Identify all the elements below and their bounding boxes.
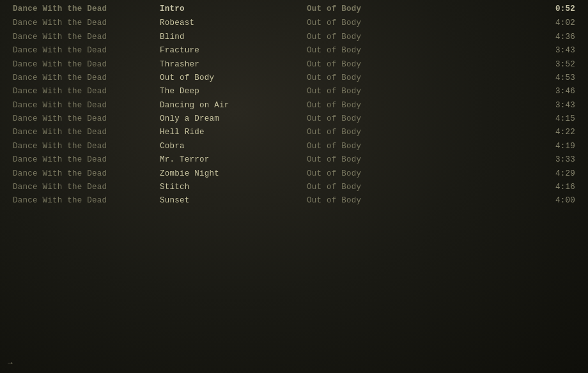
artist-cell: Dance With the Dead bbox=[13, 154, 160, 166]
duration-cell: 4:02 bbox=[454, 17, 575, 29]
table-row[interactable]: Dance With the DeadThe DeepOut of Body3:… bbox=[0, 85, 588, 98]
artist-cell: Dance With the Dead bbox=[13, 113, 160, 125]
album-cell: Out of Body bbox=[307, 3, 454, 15]
title-cell: Blind bbox=[160, 31, 307, 43]
duration-cell: 3:46 bbox=[454, 86, 575, 98]
title-cell: Sunset bbox=[160, 195, 307, 207]
table-row[interactable]: Dance With the DeadIntroOut of Body0:52 bbox=[0, 3, 588, 17]
album-cell: Out of Body bbox=[307, 141, 454, 153]
artist-cell: Dance With the Dead bbox=[13, 141, 160, 153]
artist-cell: Dance With the Dead bbox=[13, 100, 160, 112]
table-row[interactable]: Dance With the DeadMr. TerrorOut of Body… bbox=[0, 153, 588, 167]
artist-cell: Dance With the Dead bbox=[13, 195, 160, 207]
artist-cell: Dance With the Dead bbox=[13, 126, 160, 139]
album-cell: Out of Body bbox=[307, 59, 454, 71]
artist-cell: Dance With the Dead bbox=[13, 59, 160, 71]
artist-cell: Dance With the Dead bbox=[13, 86, 160, 98]
title-cell: Only a Dream bbox=[160, 113, 307, 125]
table-row[interactable]: Dance With the DeadZombie NightOut of Bo… bbox=[0, 167, 588, 181]
table-row[interactable]: Dance With the DeadBlindOut of Body4:36 bbox=[0, 31, 588, 44]
album-cell: Out of Body bbox=[307, 195, 454, 207]
album-cell: Out of Body bbox=[307, 31, 454, 43]
title-cell: Zombie Night bbox=[160, 168, 307, 180]
table-row[interactable]: Dance With the DeadHell RideOut of Body4… bbox=[0, 126, 588, 139]
track-list: Dance With the DeadIntroOut of Body0:52D… bbox=[0, 0, 588, 211]
album-cell: Out of Body bbox=[307, 113, 454, 125]
table-row[interactable]: Dance With the DeadRobeastOut of Body4:0… bbox=[0, 17, 588, 30]
table-row[interactable]: Dance With the DeadDancing on AirOut of … bbox=[0, 99, 588, 112]
album-cell: Out of Body bbox=[307, 154, 454, 166]
table-row[interactable]: Dance With the DeadOnly a DreamOut of Bo… bbox=[0, 112, 588, 126]
duration-cell: 4:19 bbox=[454, 141, 575, 153]
title-cell: Cobra bbox=[160, 141, 307, 153]
duration-cell: 0:52 bbox=[454, 3, 575, 15]
duration-cell: 4:00 bbox=[454, 195, 575, 207]
duration-cell: 4:16 bbox=[454, 181, 575, 194]
artist-cell: Dance With the Dead bbox=[13, 181, 160, 194]
title-cell: Stitch bbox=[160, 181, 307, 194]
arrow-indicator: → bbox=[8, 358, 13, 368]
album-cell: Out of Body bbox=[307, 45, 454, 57]
album-cell: Out of Body bbox=[307, 17, 454, 29]
table-row[interactable]: Dance With the DeadOut of BodyOut of Bod… bbox=[0, 72, 588, 85]
table-row[interactable]: Dance With the DeadThrasherOut of Body3:… bbox=[0, 58, 588, 72]
table-row[interactable]: Dance With the DeadSunsetOut of Body4:00 bbox=[0, 194, 588, 208]
title-cell: Robeast bbox=[160, 17, 307, 29]
duration-cell: 3:43 bbox=[454, 45, 575, 57]
duration-cell: 3:52 bbox=[454, 59, 575, 71]
duration-cell: 4:29 bbox=[454, 168, 575, 180]
album-cell: Out of Body bbox=[307, 72, 454, 84]
artist-cell: Dance With the Dead bbox=[13, 17, 160, 29]
title-cell: Hell Ride bbox=[160, 126, 307, 139]
album-cell: Out of Body bbox=[307, 86, 454, 98]
title-cell: Intro bbox=[160, 3, 307, 15]
artist-cell: Dance With the Dead bbox=[13, 168, 160, 180]
artist-cell: Dance With the Dead bbox=[13, 3, 160, 15]
album-cell: Out of Body bbox=[307, 100, 454, 112]
duration-cell: 4:53 bbox=[454, 72, 575, 84]
duration-cell: 4:22 bbox=[454, 126, 575, 139]
title-cell: Fracture bbox=[160, 45, 307, 57]
duration-cell: 3:43 bbox=[454, 100, 575, 112]
duration-cell: 4:36 bbox=[454, 31, 575, 43]
artist-cell: Dance With the Dead bbox=[13, 45, 160, 57]
duration-cell: 4:15 bbox=[454, 113, 575, 125]
duration-cell: 3:33 bbox=[454, 154, 575, 166]
table-row[interactable]: Dance With the DeadFractureOut of Body3:… bbox=[0, 44, 588, 57]
title-cell: Dancing on Air bbox=[160, 100, 307, 112]
title-cell: Thrasher bbox=[160, 59, 307, 71]
table-row[interactable]: Dance With the DeadCobraOut of Body4:19 bbox=[0, 140, 588, 153]
title-cell: Out of Body bbox=[160, 72, 307, 84]
album-cell: Out of Body bbox=[307, 168, 454, 180]
album-cell: Out of Body bbox=[307, 181, 454, 194]
artist-cell: Dance With the Dead bbox=[13, 72, 160, 84]
table-row[interactable]: Dance With the DeadStitchOut of Body4:16 bbox=[0, 181, 588, 194]
album-cell: Out of Body bbox=[307, 126, 454, 139]
artist-cell: Dance With the Dead bbox=[13, 31, 160, 43]
title-cell: The Deep bbox=[160, 86, 307, 98]
title-cell: Mr. Terror bbox=[160, 154, 307, 166]
